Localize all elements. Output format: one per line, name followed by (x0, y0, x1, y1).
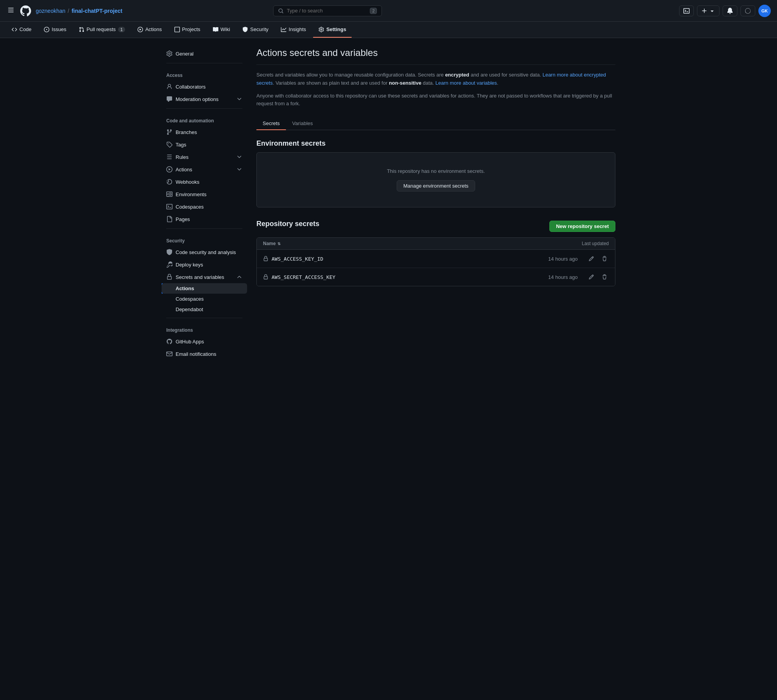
repo-nav-code-label: Code (19, 26, 31, 32)
github-apps-icon (166, 338, 172, 345)
actions-icon (166, 166, 172, 172)
sidebar-email-notifications[interactable]: Email notifications (162, 348, 247, 360)
sidebar-rules[interactable]: Rules (162, 151, 247, 163)
chevron-actions-icon (236, 166, 242, 172)
settings-icon (166, 50, 172, 57)
edit-secret-2-button[interactable] (587, 273, 596, 281)
repo-nav-security[interactable]: Security (237, 22, 274, 38)
repo-nav-wiki-label: Wiki (221, 26, 230, 32)
repo-nav: Code Issues Pull requests 1 Actions Proj… (0, 22, 777, 38)
search-input[interactable] (287, 8, 367, 14)
sidebar-section-integrations: Integrations (162, 321, 247, 335)
sidebar-sub-codespaces[interactable]: Codespaces (162, 294, 247, 304)
sidebar-branches-label: Branches (176, 129, 197, 135)
secret-name-1: AWS_ACCESS_KEY_ID (272, 256, 323, 262)
search-bar[interactable]: 2 (273, 5, 382, 16)
repository-secrets-row: Repository secrets New repository secret (256, 220, 615, 233)
top-nav-right: GK (679, 5, 771, 17)
repo-nav-settings[interactable]: Settings (313, 22, 352, 38)
sidebar-divider-2 (166, 108, 242, 109)
terminal-icon (166, 204, 172, 210)
secret-name-2: AWS_SECRET_ACCESS_KEY (272, 274, 335, 280)
github-logo (19, 5, 32, 17)
sidebar-section-security: Security (162, 232, 247, 246)
sidebar-codespaces[interactable]: Codespaces (162, 200, 247, 213)
sidebar-divider-3 (166, 228, 242, 229)
sidebar-tags[interactable]: Tags (162, 138, 247, 151)
breadcrumb-repo[interactable]: final-chatPT-project (71, 8, 122, 14)
repo-nav-settings-label: Settings (326, 26, 346, 32)
last-updated-2: 14 hours ago (548, 274, 578, 280)
terminal-button[interactable] (679, 5, 694, 16)
breadcrumb-user[interactable]: gozneokhan (36, 8, 65, 14)
info-block: Anyone with collaborator access to this … (256, 92, 615, 108)
sidebar-divider-4 (166, 318, 242, 318)
copilot-button[interactable] (740, 5, 755, 16)
repo-nav-wiki[interactable]: Wiki (207, 22, 236, 38)
variables-link[interactable]: Learn more about variables (436, 80, 497, 86)
repo-nav-issues[interactable]: Issues (38, 22, 72, 38)
notifications-button[interactable] (723, 5, 737, 16)
environment-secrets-panel: This repository has no environment secre… (256, 152, 615, 207)
edit-secret-1-button[interactable] (587, 254, 596, 263)
sidebar-section-code: Code and automation (162, 112, 247, 126)
last-updated-1: 14 hours ago (548, 256, 578, 262)
sidebar-collaborators[interactable]: Collaborators (162, 80, 247, 93)
sidebar-github-apps[interactable]: GitHub Apps (162, 335, 247, 348)
repo-nav-projects-label: Projects (182, 26, 200, 32)
sidebar-actions[interactable]: Actions (162, 163, 247, 176)
sidebar-general-label: General (176, 51, 193, 57)
pencil-icon (589, 256, 594, 261)
sidebar-sub-dependabot[interactable]: Dependabot (162, 304, 247, 315)
sidebar-general[interactable]: General (162, 47, 247, 60)
manage-environment-secrets-button[interactable]: Manage environment secrets (397, 180, 475, 192)
sidebar-sub-actions[interactable]: Actions (162, 283, 247, 294)
repo-nav-code[interactable]: Code (6, 22, 37, 38)
col-last-updated-label: Last updated (582, 241, 609, 246)
sidebar-webhooks[interactable]: Webhooks (162, 176, 247, 188)
delete-secret-1-button[interactable] (600, 254, 609, 263)
pulls-badge: 1 (118, 27, 125, 32)
sidebar-codespaces-label: Codespaces (176, 204, 204, 210)
sidebar-moderation[interactable]: Moderation options (162, 93, 247, 105)
sidebar-pages-label: Pages (176, 216, 190, 222)
sidebar-deploy-keys[interactable]: Deploy keys (162, 258, 247, 271)
sidebar-moderation-label: Moderation options (176, 96, 219, 102)
sidebar-environments-label: Environments (176, 192, 206, 197)
repo-nav-actions[interactable]: Actions (132, 22, 167, 38)
delete-secret-2-button[interactable] (600, 273, 609, 281)
lock-sidebar-icon (166, 274, 172, 280)
sidebar-code-security[interactable]: Code security and analysis (162, 246, 247, 258)
sidebar-environments[interactable]: Environments (162, 188, 247, 200)
sidebar-code-security-label: Code security and analysis (176, 249, 236, 255)
environment-secrets-header: Environment secrets (256, 139, 615, 148)
sidebar-branches[interactable]: Branches (162, 126, 247, 138)
sidebar: General Access Collaborators Moderation … (162, 47, 247, 360)
sidebar-pages[interactable]: Pages (162, 213, 247, 225)
environment-secrets-empty: This repository has no environment secre… (266, 168, 606, 174)
repo-nav-pulls-label: Pull requests (87, 26, 116, 32)
repo-nav-pulls[interactable]: Pull requests 1 (73, 22, 131, 38)
webhook-icon (166, 179, 172, 185)
secrets-table-header: Name ⇅ Last updated (257, 238, 615, 250)
tab-secrets[interactable]: Secrets (256, 117, 286, 130)
plus-button[interactable] (697, 5, 720, 16)
repo-nav-projects[interactable]: Projects (169, 22, 206, 38)
repo-nav-insights[interactable]: Insights (275, 22, 312, 38)
sort-icon: ⇅ (277, 242, 280, 246)
col-name-header[interactable]: Name ⇅ (263, 241, 280, 246)
hamburger-button[interactable] (6, 5, 16, 16)
tab-variables[interactable]: Variables (286, 117, 319, 130)
repo-nav-actions-label: Actions (145, 26, 162, 32)
avatar[interactable]: GK (758, 5, 771, 17)
rules-icon (166, 154, 172, 160)
file-icon (166, 216, 172, 222)
new-repository-secret-button[interactable]: New repository secret (549, 221, 615, 232)
mail-icon (166, 351, 172, 357)
lock-row1-icon (263, 256, 268, 261)
sidebar-secrets-variables[interactable]: Secrets and variables (162, 271, 247, 283)
search-icon (278, 8, 284, 14)
chevron-down-icon (236, 96, 242, 102)
description-1: Secrets and variables allow you to manag… (256, 71, 615, 87)
chevron-up-icon (236, 274, 242, 280)
